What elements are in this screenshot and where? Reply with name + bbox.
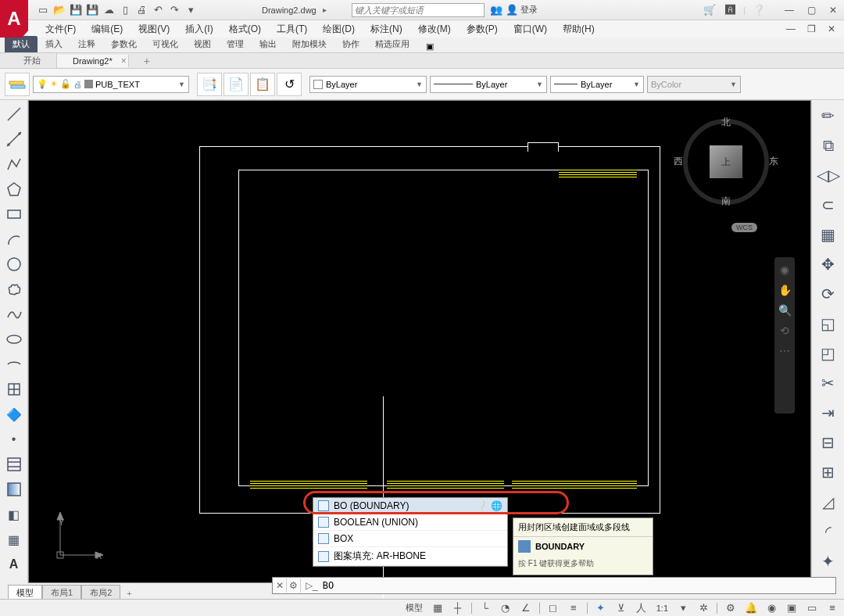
web-save-icon[interactable]: ☁ bbox=[102, 3, 116, 17]
viewcube-top-face[interactable]: 上 bbox=[710, 145, 742, 178]
wcs-badge[interactable]: WCS bbox=[731, 223, 757, 232]
minimize-button[interactable]: ― bbox=[781, 4, 797, 16]
offset-tool[interactable]: ⊂ bbox=[815, 192, 842, 218]
app-icon[interactable]: 🅰 bbox=[723, 3, 737, 17]
doc-restore-button[interactable]: ❐ bbox=[803, 23, 819, 35]
circle-tool[interactable] bbox=[2, 252, 26, 276]
cmdline-customize-icon[interactable]: ⚙ bbox=[287, 578, 301, 593]
menu-view[interactable]: 视图(V) bbox=[131, 21, 177, 38]
doc-tab-add-icon[interactable]: + bbox=[138, 55, 156, 67]
ortho-icon[interactable]: └ bbox=[477, 601, 494, 615]
grid-icon[interactable]: ▦ bbox=[429, 601, 446, 615]
saveas-icon[interactable]: 💾 bbox=[85, 3, 99, 17]
viewcube-north[interactable]: 北 bbox=[683, 116, 769, 129]
help-icon[interactable]: ❔ bbox=[476, 500, 488, 511]
explode-tool[interactable]: ✦ bbox=[815, 548, 842, 575]
menu-dim[interactable]: 标注(N) bbox=[363, 21, 410, 38]
ribbon-tab-insert[interactable]: 插入 bbox=[38, 36, 70, 52]
doc-tab-start[interactable]: 开始 bbox=[8, 53, 57, 68]
isolate-icon[interactable]: ◉ bbox=[763, 601, 780, 615]
erase-tool[interactable]: ✏ bbox=[815, 102, 842, 129]
lineweight-display-icon[interactable]: ≡ bbox=[565, 601, 582, 615]
menu-help[interactable]: 帮助(H) bbox=[555, 21, 603, 38]
ribbon-tab-visualize[interactable]: 可视化 bbox=[145, 36, 186, 52]
table-tool[interactable]: ▦ bbox=[2, 528, 26, 551]
autocomplete-item[interactable]: BO (BOUNDARY) ❔🌐 bbox=[313, 498, 507, 514]
ribbon-tab-addins[interactable]: 附加模块 bbox=[284, 36, 334, 52]
ribbon-tab-collab[interactable]: 协作 bbox=[334, 36, 367, 52]
viewcube-east[interactable]: 东 bbox=[769, 155, 778, 168]
ellipse-arc-tool[interactable] bbox=[2, 353, 26, 376]
point-tool[interactable]: • bbox=[2, 428, 26, 451]
plot-icon[interactable]: 🖨 bbox=[134, 3, 148, 17]
redo-icon[interactable]: ↷ bbox=[167, 3, 181, 17]
fillet-tool[interactable]: ◜ bbox=[815, 518, 842, 545]
menu-file[interactable]: 文件(F) bbox=[38, 21, 84, 38]
insert-block-tool[interactable] bbox=[2, 378, 26, 401]
search-input[interactable] bbox=[352, 3, 485, 17]
hardware-accel-icon[interactable]: ▣ bbox=[783, 601, 800, 615]
nav-showmore-icon[interactable]: ⋯ bbox=[779, 345, 790, 357]
menu-window[interactable]: 窗口(W) bbox=[506, 21, 555, 38]
nav-zoom-icon[interactable]: 🔍 bbox=[778, 304, 792, 317]
scale-dropdown-icon[interactable]: ▾ bbox=[674, 601, 692, 615]
menu-draw[interactable]: 绘图(D) bbox=[315, 21, 363, 38]
search-icon[interactable]: 👥 bbox=[489, 3, 503, 17]
doc-close-button[interactable]: ✕ bbox=[824, 23, 839, 35]
layer-prev-button[interactable]: ↺ bbox=[277, 73, 302, 96]
trim-tool[interactable]: ✂ bbox=[815, 370, 842, 396]
3d-osnap-icon[interactable]: 人 bbox=[633, 601, 650, 615]
viewcube-south[interactable]: 南 bbox=[683, 195, 769, 208]
help-icon[interactable]: ❔ bbox=[752, 3, 766, 17]
ribbon-tab-annotate[interactable]: 注释 bbox=[70, 36, 103, 52]
navigation-bar[interactable]: ◉ ✋ 🔍 ⟲ ⋯ bbox=[774, 257, 795, 414]
sb-model-label[interactable]: 模型 bbox=[402, 602, 426, 614]
move-tool[interactable]: ✥ bbox=[815, 251, 842, 278]
mirror-tool[interactable]: ◁▷ bbox=[815, 162, 842, 188]
autocomplete-item[interactable]: BOX bbox=[313, 531, 507, 547]
rotate-tool[interactable]: ⟳ bbox=[815, 281, 842, 307]
workspace-icon[interactable]: ⚙ bbox=[722, 601, 739, 615]
close-button[interactable]: ✕ bbox=[825, 4, 841, 16]
make-block-tool[interactable]: 🔷 bbox=[2, 403, 26, 426]
menu-tools[interactable]: 工具(T) bbox=[269, 21, 315, 38]
ellipse-tool[interactable] bbox=[2, 328, 26, 351]
text-tool[interactable]: A bbox=[2, 553, 26, 576]
save-icon[interactable]: 💾 bbox=[69, 3, 83, 17]
maximize-button[interactable]: ▢ bbox=[803, 4, 819, 16]
arc-tool[interactable] bbox=[2, 227, 26, 251]
menu-format[interactable]: 格式(O) bbox=[221, 21, 269, 38]
transparency-icon[interactable]: ✦ bbox=[592, 601, 610, 615]
login-label[interactable]: 登录 bbox=[520, 4, 538, 16]
stretch-tool[interactable]: ◰ bbox=[815, 340, 842, 367]
line-tool[interactable] bbox=[2, 102, 26, 126]
clean-screen-icon[interactable]: ▭ bbox=[803, 601, 821, 615]
user-icon[interactable]: 👤 bbox=[505, 3, 519, 17]
polar-icon[interactable]: ◔ bbox=[497, 601, 514, 615]
snap-icon[interactable]: ┼ bbox=[449, 601, 467, 615]
array-tool[interactable]: ▦ bbox=[815, 221, 842, 248]
qat-dropdown-icon[interactable]: ▾ bbox=[184, 3, 198, 17]
cart-icon[interactable]: 🛒 bbox=[703, 3, 717, 17]
polyline-tool[interactable] bbox=[2, 152, 26, 176]
autocomplete-item[interactable]: 图案填充: AR-HBONE bbox=[313, 547, 507, 566]
layer-iso-button[interactable]: 📄 bbox=[224, 73, 249, 96]
join-tool[interactable]: ⊞ bbox=[815, 459, 842, 485]
ribbon-tab-parametric[interactable]: 参数化 bbox=[103, 36, 145, 52]
spline-tool[interactable] bbox=[2, 303, 26, 326]
extend-tool[interactable]: ⇥ bbox=[815, 399, 842, 426]
web-help-icon[interactable]: 🌐 bbox=[491, 500, 502, 511]
layout-add-button[interactable]: + bbox=[120, 587, 138, 600]
linetype-combo[interactable]: ByLayer▼ bbox=[430, 76, 547, 93]
polygon-tool[interactable] bbox=[2, 177, 26, 201]
ribbon-tab-default[interactable]: 默认 bbox=[5, 36, 38, 52]
chamfer-tool[interactable]: ◿ bbox=[815, 489, 842, 515]
viewcube[interactable]: 北 南 东 西 上 bbox=[683, 119, 769, 205]
nav-pan-icon[interactable]: ✋ bbox=[778, 284, 792, 296]
rectangle-tool[interactable] bbox=[2, 202, 26, 226]
annotation-monitor-icon[interactable]: 🔔 bbox=[742, 601, 760, 615]
layer-states-button[interactable]: 📑 bbox=[197, 73, 222, 96]
color-combo[interactable]: ByLayer▼ bbox=[309, 76, 427, 93]
layer-combo[interactable]: 💡☀🔓🖨 PUB_TEXT ▼ bbox=[33, 76, 189, 93]
ribbon-tab-view[interactable]: 视图 bbox=[186, 36, 219, 52]
